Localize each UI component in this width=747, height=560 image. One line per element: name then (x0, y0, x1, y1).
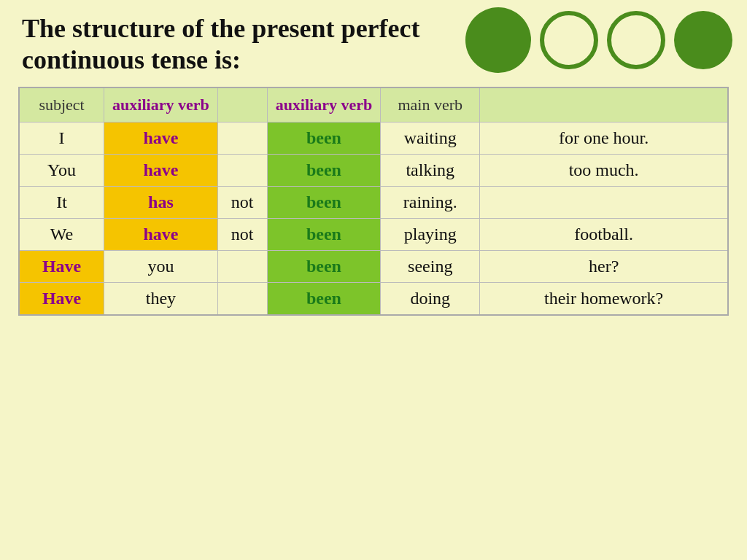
cell-rest-4: her? (480, 251, 728, 283)
cell-neg-0 (217, 122, 267, 155)
table-header-row: subject auxiliary verb auxiliary verb ma… (19, 88, 728, 122)
header-rest (480, 88, 728, 122)
cell-rest-0: for one hour. (480, 122, 728, 155)
cell-aux2-0: been (267, 122, 381, 155)
cell-main-1: talking (381, 155, 480, 187)
table-row: We have not been playing football. (19, 219, 728, 251)
cell-aux1-4: you (104, 251, 218, 283)
header-neg (217, 88, 267, 122)
cell-rest-2 (480, 187, 728, 219)
cell-main-5: doing (381, 283, 480, 316)
cell-subject-3: We (19, 219, 104, 251)
cell-neg-4 (217, 251, 267, 283)
cell-aux1-2: has (104, 187, 218, 219)
cell-subject-2: It (19, 187, 104, 219)
table-row: I have been waiting for one hour. (19, 122, 728, 155)
cell-main-4: seeing (381, 251, 480, 283)
header-main: main verb (381, 88, 480, 122)
cell-main-3: playing (381, 219, 480, 251)
cell-subject-1: You (19, 155, 104, 187)
circle-1 (465, 7, 531, 73)
cell-rest-5: their homework? (480, 283, 728, 316)
cell-aux2-5: been (267, 283, 381, 316)
cell-main-0: waiting (381, 122, 480, 155)
circle-3 (607, 11, 665, 69)
header-aux2: auxiliary verb (267, 88, 381, 122)
decorative-circles (465, 7, 732, 73)
header-subject: subject (19, 88, 104, 122)
cell-subject-0: I (19, 122, 104, 155)
cell-main-2: raining. (381, 187, 480, 219)
grammar-table-container: subject auxiliary verb auxiliary verb ma… (18, 87, 729, 316)
table-row: You have been talking too much. (19, 155, 728, 187)
cell-aux2-1: been (267, 155, 381, 187)
cell-neg-1 (217, 155, 267, 187)
table-row: Have they been doing their homework? (19, 283, 728, 316)
cell-aux1-3: have (104, 219, 218, 251)
circle-4 (674, 11, 732, 69)
cell-neg-3: not (217, 219, 267, 251)
cell-subject-5: Have (19, 283, 104, 316)
table-row: It has not been raining. (19, 187, 728, 219)
cell-rest-1: too much. (480, 155, 728, 187)
cell-rest-3: football. (480, 219, 728, 251)
cell-subject-4: Have (19, 251, 104, 283)
cell-neg-5 (217, 283, 267, 316)
header-area: The structure of the present perfect con… (0, 0, 747, 83)
cell-aux1-1: have (104, 155, 218, 187)
header-aux1: auxiliary verb (104, 88, 218, 122)
cell-aux2-4: been (267, 251, 381, 283)
cell-aux1-5: they (104, 283, 218, 316)
grammar-table: subject auxiliary verb auxiliary verb ma… (18, 87, 729, 316)
table-row: Have you been seeing her? (19, 251, 728, 283)
cell-aux2-3: been (267, 219, 381, 251)
circle-2 (540, 11, 598, 69)
cell-aux2-2: been (267, 187, 381, 219)
cell-aux1-0: have (104, 122, 218, 155)
cell-neg-2: not (217, 187, 267, 219)
